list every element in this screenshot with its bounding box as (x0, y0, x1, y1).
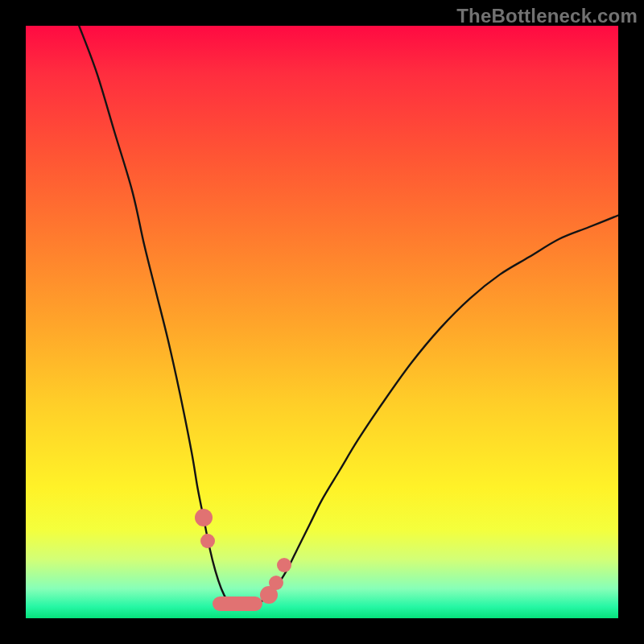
marker-point (200, 534, 215, 548)
marker-bar (213, 597, 263, 611)
watermark-text: TheBottleneck.com (456, 5, 638, 27)
marker-point (269, 576, 283, 590)
bottleneck-curve (79, 26, 618, 607)
chart-frame: TheBottleneck.com (0, 0, 644, 644)
curve-svg (26, 26, 618, 618)
plot-area (26, 26, 618, 618)
marker-point (195, 509, 213, 526)
marker-point (277, 558, 291, 572)
